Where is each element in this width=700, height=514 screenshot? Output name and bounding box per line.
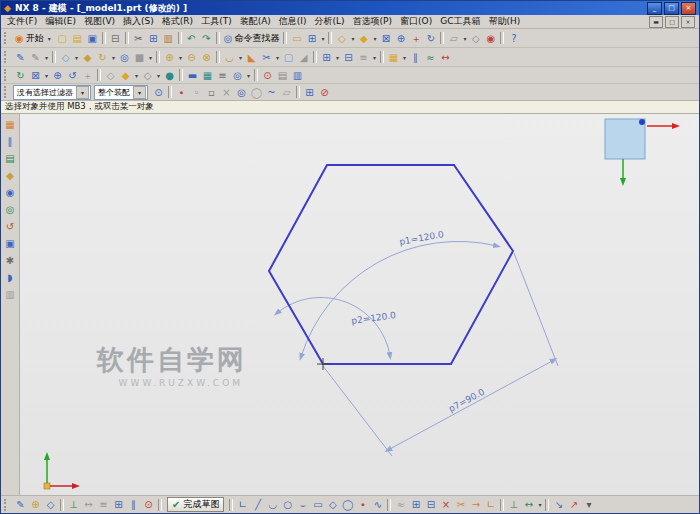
assembly-icon[interactable]: ▦	[386, 50, 401, 65]
arc-center-icon[interactable]: ◎	[234, 85, 249, 100]
perspective-icon[interactable]: ◇	[103, 68, 118, 83]
menu-item-9[interactable]: 首选项(P)	[349, 15, 396, 28]
constraint-tool-icon[interactable]: ⊥	[506, 497, 521, 512]
menu-item-5[interactable]: 工具(T)	[197, 15, 236, 28]
show-hide-icon-dropdown[interactable]: ▾	[245, 72, 252, 79]
zoom-in-icon[interactable]: ⊕	[50, 68, 65, 83]
view-orient-icon[interactable]: ◇	[334, 31, 349, 46]
iso-view-icon[interactable]: ◇	[468, 31, 483, 46]
constraint-navigator-icon[interactable]: ∥	[3, 134, 18, 149]
unite-icon-dropdown[interactable]: ▾	[177, 54, 184, 61]
sketch-canvas[interactable]: p1=120.0 p2=120.0 p7=90.0	[20, 114, 699, 504]
angle-dimension-arc-p1[interactable]	[301, 241, 497, 357]
selection-scope-select[interactable]: 整个装配 ▾	[94, 85, 148, 100]
window-icon-dropdown[interactable]: ▾	[319, 35, 326, 42]
section-icon[interactable]: ▬	[185, 68, 200, 83]
subtract-icon[interactable]: ⊖	[184, 50, 199, 65]
selection-scope-dropdown-icon[interactable]: ▾	[133, 86, 146, 99]
redo-icon[interactable]: ↷	[199, 31, 214, 46]
wcs-display-icon[interactable]: ⊙	[260, 68, 275, 83]
toolbar-grip[interactable]	[4, 86, 9, 98]
draft-icon[interactable]: ◢	[296, 50, 311, 65]
grid-snap-icon[interactable]: ⊞	[302, 85, 317, 100]
edge-blend-icon-dropdown[interactable]: ▾	[237, 54, 244, 61]
rectangle-icon[interactable]: ▭	[310, 497, 325, 512]
datum-plane-icon[interactable]: ◇	[58, 50, 73, 65]
wave-link-icon[interactable]: ≈	[423, 50, 438, 65]
help-icon[interactable]: ?	[506, 31, 521, 46]
sketch-env-icon[interactable]: ✎	[13, 497, 28, 512]
new-file-icon[interactable]: ▢	[55, 31, 70, 46]
sketch-task-icon-dropdown[interactable]: ▾	[43, 54, 50, 61]
unite-icon[interactable]: ⊕	[162, 50, 177, 65]
hexagon-sketch[interactable]	[269, 165, 513, 364]
wireframe-icon[interactable]: ◇	[140, 68, 155, 83]
point-on-curve-icon[interactable]: ~	[264, 85, 279, 100]
menu-item-1[interactable]: 编辑(E)	[41, 15, 80, 28]
mirror-curve-icon[interactable]: ⊟	[423, 497, 438, 512]
fillet-icon[interactable]: ⌣	[295, 497, 310, 512]
toolbar-grip[interactable]	[4, 51, 9, 63]
start-button[interactable]: ◉ 开始 ▾	[13, 30, 55, 46]
rotate-icon[interactable]: ↺	[65, 68, 80, 83]
endpoint-icon[interactable]: ∙	[174, 85, 189, 100]
trim-body-icon-dropdown[interactable]: ▾	[274, 54, 281, 61]
background-icon[interactable]: ▦	[200, 68, 215, 83]
graphics-window[interactable]: p1=120.0 p2=120.0 p7=90.0	[20, 114, 699, 504]
menu-item-2[interactable]: 视图(V)	[80, 15, 119, 28]
menu-item-7[interactable]: 信息(I)	[275, 15, 311, 28]
rotate-view-icon[interactable]: ↻	[423, 31, 438, 46]
move-face-icon[interactable]: ↔	[438, 50, 453, 65]
menu-item-8[interactable]: 分析(L)	[311, 15, 349, 28]
maximize-button[interactable]: □	[664, 2, 679, 15]
fit-icon[interactable]: ⊠	[28, 68, 43, 83]
dimension-icon-dropdown[interactable]: ▾	[536, 501, 543, 508]
copy-icon[interactable]: ⊞	[146, 31, 161, 46]
menu-item-4[interactable]: 格式(R)	[158, 15, 197, 28]
paste-icon[interactable]: ▥	[161, 31, 176, 46]
named-views-icon[interactable]: ▤	[275, 68, 290, 83]
dimension-label-p2[interactable]: p2=120.0	[351, 310, 397, 326]
sketch-constraints-icon[interactable]: ⊥	[66, 497, 81, 512]
chamfer-icon[interactable]: ◣	[244, 50, 259, 65]
control-point-icon[interactable]: ▫	[204, 85, 219, 100]
studio-render-icon[interactable]: ●	[162, 68, 177, 83]
trim-body-icon[interactable]: ✂	[259, 50, 274, 65]
shaded-edges-icon[interactable]: ◆	[118, 68, 133, 83]
make-corner-icon[interactable]: ∟	[483, 497, 498, 512]
assembly-icon-dropdown[interactable]: ▾	[401, 54, 408, 61]
refresh-icon[interactable]: ↻	[13, 68, 28, 83]
snapshot-icon[interactable]: ◉	[483, 31, 498, 46]
midpoint-icon[interactable]: ◦	[189, 85, 204, 100]
more-tools-icon[interactable]: ▾	[581, 497, 596, 512]
menu-item-3[interactable]: 插入(S)	[119, 15, 158, 28]
pan-icon[interactable]: ＋	[408, 31, 423, 46]
sketch-task-icon[interactable]: ✎	[28, 50, 43, 65]
shaded-icon-dropdown[interactable]: ▾	[371, 35, 378, 42]
child-close-button[interactable]: ×	[681, 16, 695, 28]
manufacturing-wizard-icon[interactable]: ✱	[3, 253, 18, 268]
datum-plane-icon-dropdown[interactable]: ▾	[73, 54, 80, 61]
wireframe-icon-dropdown[interactable]: ▾	[155, 72, 162, 79]
pattern-curve-icon[interactable]: ⊞	[408, 497, 423, 512]
system-scene-icon[interactable]: ▥	[3, 287, 18, 302]
line-icon[interactable]: ╱	[250, 497, 265, 512]
intersection-icon[interactable]: ×	[219, 85, 234, 100]
offset-curve-icon[interactable]: ≈	[393, 497, 408, 512]
snap-toggle-icon[interactable]: ⊙	[141, 497, 156, 512]
view-orient-icon-dropdown[interactable]: ▾	[349, 35, 356, 42]
save-icon[interactable]: ▣	[85, 31, 100, 46]
reattach-icon[interactable]: ⊕	[28, 497, 43, 512]
touch-mode-icon[interactable]: ▭	[289, 31, 304, 46]
history-icon[interactable]: ↺	[3, 219, 18, 234]
menu-item-10[interactable]: 窗口(O)	[396, 15, 436, 28]
intersect-icon[interactable]: ⊗	[199, 50, 214, 65]
revolve-icon[interactable]: ↻	[95, 50, 110, 65]
constraints-icon[interactable]: ∥	[408, 50, 423, 65]
arc-icon[interactable]: ◡	[265, 497, 280, 512]
point-icon[interactable]: ∙	[355, 497, 370, 512]
quick-trim-icon[interactable]: ✂	[453, 497, 468, 512]
menu-item-12[interactable]: 帮助(H)	[484, 15, 524, 28]
quick-extend-icon[interactable]: →	[468, 497, 483, 512]
linear-dimension-line-p7[interactable]	[388, 360, 554, 450]
